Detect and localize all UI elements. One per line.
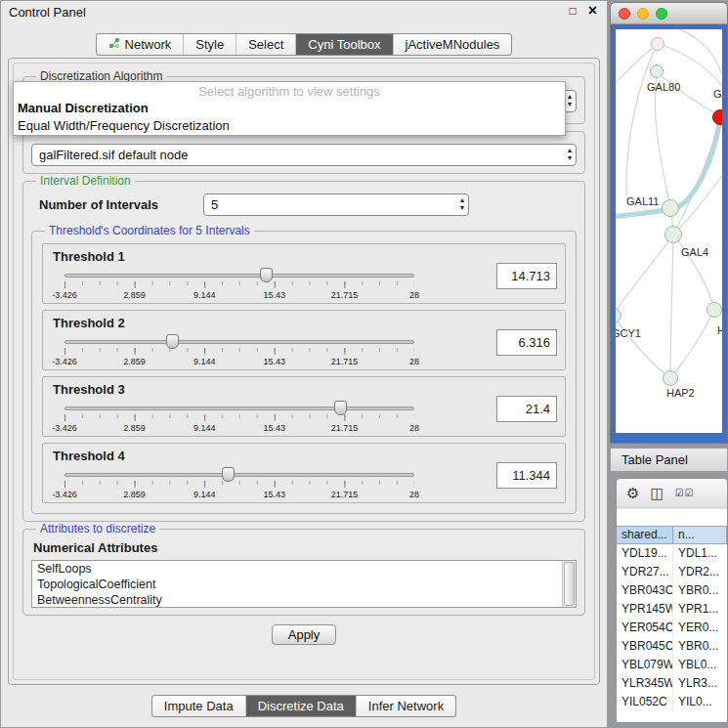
slider-thumb[interactable] xyxy=(222,467,235,482)
tab-network[interactable]: Network xyxy=(97,34,184,55)
tab-select[interactable]: Select xyxy=(236,34,295,55)
mac-zoom-button[interactable] xyxy=(656,8,667,20)
scrollbar-thumb[interactable] xyxy=(564,562,575,606)
slider-scale: -3.426 2.859 9.144 15.43 21.715 28 xyxy=(64,490,414,500)
network-node[interactable] xyxy=(662,199,679,217)
algorithm-dropdown-popup: Select algorithm to view settings Manual… xyxy=(13,81,566,136)
network-node-selected[interactable] xyxy=(712,109,722,125)
tab-infer-network[interactable]: Infer Network xyxy=(356,696,455,716)
tab-label: Impute Data xyxy=(164,699,234,713)
threshold-3-panel: Threshold 3 -3.426 2.859 9.144 15.43 xyxy=(42,376,566,437)
tab-style[interactable]: Style xyxy=(183,34,236,55)
columns-icon[interactable]: ◫ xyxy=(650,486,664,500)
threshold-2-slider[interactable]: -3.426 2.859 9.144 15.43 21.715 28 xyxy=(64,334,414,369)
tab-discretize-data[interactable]: Discretize Data xyxy=(245,696,356,716)
column-header-name[interactable]: n... xyxy=(673,526,727,544)
network-node-label: H xyxy=(717,324,722,336)
tab-label: Cyni Toolbox xyxy=(308,37,380,52)
threshold-4-value[interactable]: 11.344 xyxy=(496,462,557,489)
algorithm-option-manual[interactable]: Manual Discretization xyxy=(14,100,565,117)
network-node-label: HAP2 xyxy=(666,387,695,399)
slider-thumb[interactable] xyxy=(334,401,347,415)
network-node-label: GAL4 xyxy=(681,246,708,258)
threshold-2-panel: Threshold 2 -3.426 2.859 9.144 15.43 xyxy=(42,310,566,370)
tab-impute-data[interactable]: Impute Data xyxy=(152,696,245,716)
threshold-1-slider[interactable]: -3.426 2.859 9.144 15.43 21.715 28 xyxy=(64,268,414,303)
threshold-3-slider[interactable]: -3.426 2.859 9.144 15.43 21.715 28 xyxy=(64,401,414,436)
list-item[interactable]: SelfLoops xyxy=(32,561,576,577)
number-of-intervals-label: Number of Intervals xyxy=(39,197,158,212)
slider-track[interactable] xyxy=(64,340,414,344)
mac-minimize-button[interactable] xyxy=(637,8,649,20)
group-title: Threshold's Coordinates for 5 Intervals xyxy=(45,224,254,237)
interval-definition-group: Interval Definition Number of Intervals … xyxy=(22,174,585,522)
network-node[interactable] xyxy=(663,370,678,386)
network-icon xyxy=(108,37,120,52)
slider-thumb[interactable] xyxy=(260,268,273,282)
threshold-3-value[interactable]: 21.4 xyxy=(496,396,557,422)
threshold-4-slider[interactable]: -3.426 2.859 9.144 15.43 21.715 28 xyxy=(64,467,414,502)
slider-ticks xyxy=(64,481,414,488)
table-data-select[interactable]: galFiltered.sif default node ▴▾ xyxy=(31,144,577,166)
number-of-intervals-select[interactable]: 5 ▴▾ xyxy=(203,193,469,216)
table-row[interactable]: YBR043CYBR0... xyxy=(617,581,727,600)
threshold-1-label: Threshold 1 xyxy=(53,249,125,264)
discretize-data-pane: Discretization Algorithm ▴▾ Table Data g… xyxy=(13,63,595,680)
slider-scale: -3.426 2.859 9.144 15.43 21.715 28 xyxy=(64,290,414,301)
column-header-shared-name[interactable]: shared... xyxy=(617,526,673,544)
top-tabstrip: Network Style Select Cyni Toolbox jActiv… xyxy=(1,33,607,56)
algorithm-option-equal-width[interactable]: Equal Width/Frequency Discretization xyxy=(14,117,565,135)
list-scrollbar[interactable] xyxy=(562,561,576,607)
table-panel-title: Table Panel xyxy=(621,452,688,467)
slider-scale: -3.426 2.859 9.144 15.43 21.715 28 xyxy=(64,423,414,434)
number-of-intervals-value: 5 xyxy=(211,197,218,212)
table-body: shared... n... YDL19...YDL1... YDR27...Y… xyxy=(617,509,727,722)
slider-track[interactable] xyxy=(64,407,414,410)
network-node-label: GCY1 xyxy=(616,327,641,339)
network-canvas[interactable]: GAL80 GA GAL11 GAL4 GCY1 H HAP2 xyxy=(616,29,722,433)
table-panel-header[interactable]: Table Panel xyxy=(610,448,728,472)
list-item[interactable]: TopologicalCoefficient xyxy=(32,577,576,592)
table-row[interactable]: YDL19...YDL1... xyxy=(617,544,727,563)
apply-button[interactable]: Apply xyxy=(272,624,336,645)
threshold-1-value[interactable]: 14.713 xyxy=(496,263,557,289)
table-row[interactable]: YBL079WYBL0... xyxy=(617,656,727,674)
slider-thumb[interactable] xyxy=(166,334,179,349)
threshold-2-label: Threshold 2 xyxy=(53,316,125,330)
network-node[interactable] xyxy=(651,37,664,51)
table-row[interactable]: YLR345WYLR3... xyxy=(617,674,727,693)
network-node-label: GAL80 xyxy=(647,81,680,93)
network-node-label: GA xyxy=(713,88,722,100)
close-icon[interactable]: × xyxy=(588,3,597,19)
tab-cyni-toolbox[interactable]: Cyni Toolbox xyxy=(295,34,392,55)
float-window-icon[interactable]: □ xyxy=(569,4,576,18)
table-row[interactable]: YIL052CYIL0... xyxy=(617,693,727,711)
gear-icon[interactable]: ⚙ xyxy=(626,486,639,500)
tab-jactivemnodules[interactable]: jActiveMNodules xyxy=(393,34,512,55)
slider-track[interactable] xyxy=(64,274,414,278)
table-toolbar: ⚙ ◫ ☑☑ xyxy=(617,479,727,508)
slider-track[interactable] xyxy=(64,473,414,477)
threshold-2-value[interactable]: 6.316 xyxy=(496,329,557,356)
tab-label: Discretize Data xyxy=(258,699,344,713)
network-node[interactable] xyxy=(707,302,722,318)
threshold-4-label: Threshold 4 xyxy=(53,449,125,463)
slider-ticks xyxy=(64,414,414,421)
algorithm-placeholder-option[interactable]: Select algorithm to view settings xyxy=(14,82,565,100)
mac-close-button[interactable] xyxy=(619,8,630,20)
network-window-titlebar xyxy=(611,3,727,24)
network-node[interactable] xyxy=(664,226,682,243)
table-row[interactable]: YBR045CYBR0... xyxy=(617,637,727,656)
control-panel-titlebar: Control Panel □ × xyxy=(1,1,607,24)
network-node[interactable] xyxy=(650,64,664,78)
numerical-attributes-list: SelfLoops TopologicalCoefficient Between… xyxy=(31,560,577,608)
attributes-group: Attributes to discretize Numerical Attri… xyxy=(22,522,585,616)
table-data-select-value: galFiltered.sif default node xyxy=(39,148,188,162)
list-item[interactable]: BetweennessCentrality xyxy=(32,592,576,608)
table-row[interactable]: YER054CYER0... xyxy=(617,619,727,637)
table-header-row: shared... n... xyxy=(617,526,727,544)
table-row[interactable]: YDR27...YDR2... xyxy=(617,563,727,581)
select-rows-icon[interactable]: ☑☑ xyxy=(675,486,695,500)
table-row[interactable]: YPR145WYPR1... xyxy=(617,600,727,619)
combo-stepper-icon: ▴▾ xyxy=(568,147,572,162)
